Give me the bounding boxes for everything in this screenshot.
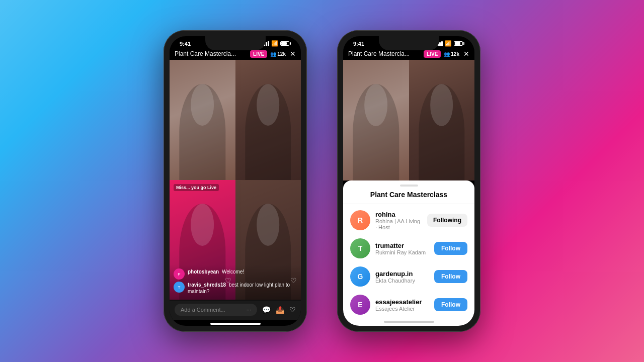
send-icon[interactable]: 📤 — [276, 306, 284, 314]
info-gardenup: gardenup.in Ekta Chaudhary — [375, 270, 429, 284]
follow-button-essajees[interactable]: Follow — [434, 298, 467, 311]
avatar-trumatter: T — [350, 238, 370, 258]
comment-input[interactable]: Add a Comment... ··· — [175, 304, 257, 316]
sheet-handle — [400, 185, 418, 187]
comment-actions: 💬 📤 ♡ — [262, 306, 296, 314]
participant-item-trumatter: T trumatter Rukmini Ray Kadam Follow — [343, 234, 474, 262]
avatar-rohina: R — [350, 210, 370, 230]
info-essajees: essajeesatelier Essajees Atelier — [375, 298, 429, 312]
name-trumatter: trumatter — [375, 242, 429, 249]
status-icons-1: 📶 — [262, 40, 291, 47]
comment-item-1: P photosbyean Welcome! — [174, 268, 297, 280]
comment-avatar-2: T — [174, 282, 185, 293]
viewer-count-1: 👥 12k — [270, 51, 286, 57]
notch — [205, 36, 266, 50]
comment-bar: Add a Comment... ··· 💬 📤 ♡ — [170, 300, 301, 320]
sub-rohina: Rohina | AA Living · Host — [375, 218, 422, 230]
comment-text-1: photosbyean Welcome! — [188, 268, 244, 275]
video-cell-2 — [235, 60, 301, 180]
sub-gardenup: Ekta Chaudhary — [375, 278, 429, 284]
sub-trumatter: Rukmini Ray Kadam — [375, 249, 429, 255]
bottom-sheet: Plant Care Masterclass R rohina Rohina |… — [343, 180, 474, 326]
participant-item-gardenup: G gardenup.in Ekta Chaudhary Follow — [343, 262, 474, 291]
avatar-gardenup: G — [350, 266, 370, 287]
home-indicator-1 — [210, 323, 261, 325]
live-indicator: Miss... you go Live — [174, 184, 219, 191]
video-grid-1: Miss... you go Live ♡ ♡ — [170, 60, 301, 300]
home-indicator-2 — [384, 321, 434, 323]
info-trumatter: trumatter Rukmini Ray Kadam — [375, 242, 429, 255]
time-2: 9:41 — [353, 41, 364, 47]
battery-icon-2 — [454, 41, 464, 46]
sub-essajees: Essajees Atelier — [375, 306, 429, 312]
comment-text-2: travis_shreds18 best indoor low light pl… — [188, 282, 297, 295]
like-icon[interactable]: ♡ — [289, 306, 296, 314]
name-rohina: rohina — [375, 211, 422, 218]
follow-button-trumatter[interactable]: Follow — [434, 242, 467, 255]
battery-icon-1 — [280, 41, 291, 46]
close-btn-2[interactable]: ✕ — [463, 50, 469, 58]
phone-1: 9:41 📶 Plant Care Mastercla... LIVE — [164, 30, 307, 332]
comments-overlay: P photosbyean Welcome! T travis_shreds18… — [170, 264, 301, 301]
live-title-1: Plant Care Mastercla... — [175, 50, 247, 57]
time-1: 9:41 — [180, 41, 191, 47]
following-button-rohina[interactable]: Following — [427, 214, 467, 227]
live-title-2: Plant Care Mastercla... — [348, 50, 421, 57]
sheet-title: Plant Care Masterclass — [343, 189, 474, 204]
participant-item-essajees: E essajeesatelier Essajees Atelier Follo… — [343, 291, 474, 319]
close-btn-1[interactable]: ✕ — [290, 50, 296, 58]
comment-placeholder: Add a Comment... — [181, 307, 225, 313]
viewer-count-2: 👥 12k — [444, 51, 459, 57]
name-gardenup: gardenup.in — [375, 270, 429, 278]
info-rohina: rohina Rohina | AA Living · Host — [375, 211, 422, 230]
comment-avatar-1: P — [174, 268, 185, 280]
live-badge-2: LIVE — [424, 50, 441, 58]
follow-button-gardenup[interactable]: Follow — [434, 270, 467, 283]
video-grid-2 — [343, 60, 474, 180]
avatar-essajees: E — [350, 295, 370, 315]
participant-list: R rohina Rohina | AA Living · Host Follo… — [343, 204, 474, 319]
participant-item-rohina: R rohina Rohina | AA Living · Host Follo… — [343, 206, 474, 234]
phone-2: 9:41 📶 Plant Care Mastercla... LIVE — [337, 30, 480, 332]
wifi-icon-2: 📶 — [445, 40, 452, 47]
video-cell-2-1 — [343, 60, 409, 180]
more-options-icon[interactable]: ··· — [247, 307, 251, 313]
video-cell-2-2 — [409, 60, 475, 180]
wifi-icon-1: 📶 — [271, 40, 278, 47]
comment-item-2: T travis_shreds18 best indoor low light … — [174, 282, 297, 295]
dm-icon[interactable]: 💬 — [262, 306, 271, 314]
name-essajees: essajeesatelier — [375, 298, 429, 306]
video-cell-1 — [170, 60, 235, 180]
live-badge-1: LIVE — [250, 50, 267, 58]
notch-2 — [379, 36, 439, 50]
status-icons-2: 📶 — [435, 40, 464, 47]
